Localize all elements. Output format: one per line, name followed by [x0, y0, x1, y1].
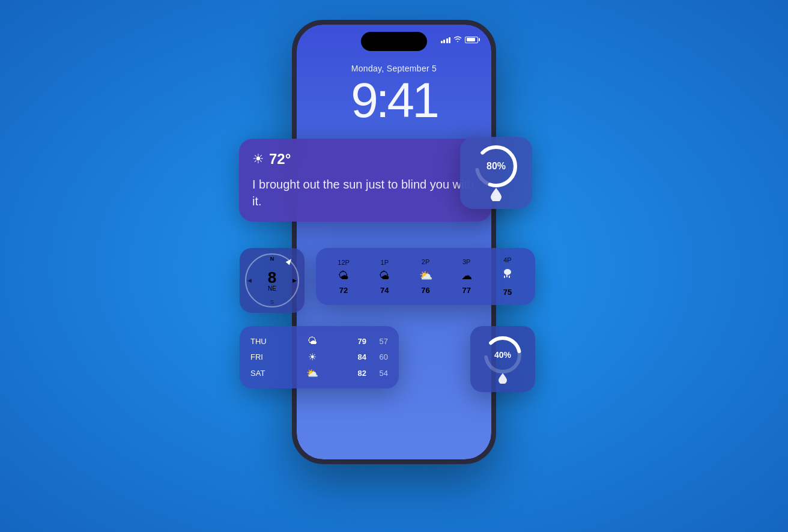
daily-row-fri: FRI ☀ 84 60 [250, 349, 388, 365]
daily-row-sat: SAT ⛅ 82 54 [250, 365, 388, 381]
hourly-col-1: 1P 🌤 74 [364, 259, 405, 295]
day-thu-icon: 🌤 [305, 336, 320, 346]
day-thu-high: 79 [352, 337, 366, 346]
day-thu-low: 57 [374, 337, 388, 346]
compass-display: N S ◀ ▶ 8 NE [245, 253, 299, 307]
daily-row-thu: THU 🌤 79 57 [250, 333, 388, 349]
compass-north: N [270, 256, 274, 262]
day-thu: THU [250, 337, 272, 346]
hour-1-time: 1P [381, 259, 389, 266]
hour-4-temp: 75 [503, 288, 512, 297]
day-sat-high: 82 [352, 369, 366, 378]
weather-quote: I brought out the sun just to blind you … [252, 176, 478, 210]
day-sat-icon: ⛅ [305, 367, 320, 379]
hour-0-icon: 🌤 [338, 270, 349, 282]
hour-2-time: 2P [422, 258, 429, 265]
day-thu-temps: 79 57 [352, 337, 388, 346]
sun-icon: ☀ [252, 151, 264, 167]
hourly-col-4: 4P 75 [487, 256, 528, 297]
temperature-display: 72° [269, 151, 291, 168]
compass-south: S [270, 299, 274, 305]
compass-arrow [286, 258, 294, 265]
humidity-ring: 80% [472, 142, 520, 190]
hour-1-temp: 74 [380, 286, 389, 295]
compass-west: ◀ [247, 277, 252, 283]
svg-rect-3 [506, 274, 508, 277]
day-sat: SAT [250, 369, 272, 378]
humidity-ring-small: 40% [481, 333, 524, 376]
humidity-percent-small: 40% [494, 349, 511, 359]
hour-3-temp: 77 [462, 286, 470, 295]
hour-4-icon [502, 267, 514, 284]
svg-rect-5 [504, 276, 505, 278]
hourly-col-2: 2P ⛅ 76 [405, 258, 446, 295]
day-fri-temps: 84 60 [352, 352, 388, 361]
hourly-col-0: 12P 🌤 72 [323, 259, 364, 295]
day-sat-temps: 82 54 [352, 369, 388, 378]
svg-point-2 [504, 269, 511, 275]
day-fri-low: 60 [374, 352, 388, 361]
svg-rect-4 [509, 276, 510, 278]
main-scene: Monday, September 5 9:41 ☀ 72° I brought… [220, 20, 568, 512]
compass-center: 8 NE [268, 270, 276, 292]
weather-notification-widget[interactable]: ☀ 72° I brought out the sun just to blin… [239, 139, 491, 222]
hour-1-icon: 🌤 [379, 270, 390, 282]
hour-4-time: 4P [503, 256, 511, 264]
humidity-percent: 80% [486, 161, 506, 172]
hourly-col-3: 3P ☁ 77 [446, 258, 487, 295]
daily-forecast-widget[interactable]: THU 🌤 79 57 FRI ☀ 84 60 SAT ⛅ 82 [240, 326, 399, 388]
weather-header: ☀ 72° [252, 151, 478, 168]
humidity-widget-small[interactable]: 40% [470, 326, 535, 392]
widgets-overlay: ☀ 72° I brought out the sun just to blin… [220, 20, 568, 512]
hour-2-temp: 76 [421, 286, 429, 295]
humidity-drop-icon-small [499, 373, 507, 385]
day-fri-high: 84 [352, 352, 366, 361]
hour-0-time: 12P [338, 259, 350, 266]
hour-2-icon: ⛅ [419, 269, 432, 282]
hour-0-temp: 72 [339, 286, 348, 295]
compass-ring: N S ◀ ▶ 8 NE [245, 253, 299, 307]
day-sat-low: 54 [374, 369, 388, 378]
wind-direction: NE [268, 285, 276, 292]
compass-east: ▶ [292, 277, 297, 283]
wind-speed: 8 [268, 270, 276, 285]
hourly-forecast-widget[interactable]: 12P 🌤 72 1P 🌤 74 2P ⛅ 76 3P ☁ 77 [316, 248, 535, 305]
hour-3-icon: ☁ [461, 269, 472, 282]
humidity-widget-large[interactable]: 80% [460, 137, 532, 209]
day-fri: FRI [250, 352, 272, 361]
compass-widget[interactable]: N S ◀ ▶ 8 NE [240, 248, 305, 313]
day-fri-icon: ☀ [305, 351, 320, 363]
hourly-forecast-row: 12P 🌤 72 1P 🌤 74 2P ⛅ 76 3P ☁ 77 [323, 256, 528, 297]
hour-3-time: 3P [462, 258, 470, 265]
